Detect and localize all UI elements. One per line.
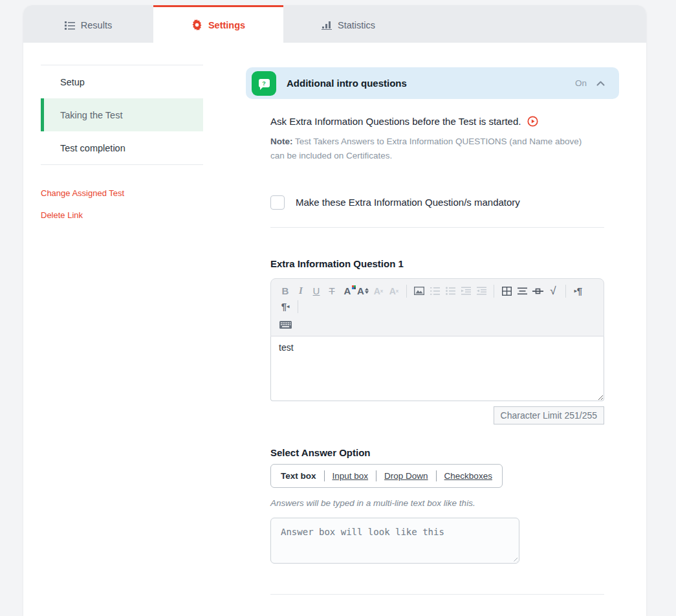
ordered-list-button[interactable] [427, 283, 442, 299]
indent-icon [461, 287, 471, 295]
chevron-up-icon [596, 81, 605, 86]
ordered-list-icon [430, 287, 440, 295]
play-video-button[interactable] [527, 116, 538, 127]
answer-preview-box: Answer box will look like this [270, 518, 519, 564]
panel-state-badge: On [575, 78, 587, 88]
play-icon [527, 116, 538, 127]
table-icon [502, 287, 512, 296]
sidebar-item-label: Test completion [60, 143, 125, 153]
bullet-list-button[interactable] [442, 283, 458, 299]
bar-chart-icon [322, 21, 332, 30]
main-panel: ? Additional intro questions On Ask Extr… [246, 43, 619, 616]
virtual-keyboard-button[interactable] [278, 317, 294, 333]
gear-icon [191, 19, 202, 30]
bold-button[interactable]: B [278, 283, 293, 299]
option-text-box-selected: Text box [281, 471, 316, 481]
bullet-list-icon [446, 287, 455, 295]
sidebar-nav: Setup Taking the Test Test completion [41, 65, 203, 165]
keyboard-icon [279, 321, 292, 329]
sidebar-item-label: Setup [60, 77, 85, 87]
sidebar-item-taking-the-test[interactable]: Taking the Test [41, 98, 203, 131]
settings-card: Results Settings Statistics [23, 5, 646, 616]
note-label: Note: [270, 137, 293, 146]
align-center-icon [518, 287, 527, 295]
sidebar-item-test-completion[interactable]: Test completion [41, 131, 203, 164]
sidebar-links: Change Assigned Test Delete Link [41, 188, 203, 220]
question-bubble-icon: ? [252, 71, 276, 96]
results-list-icon [65, 21, 75, 30]
divider [270, 594, 604, 595]
resize-handle[interactable] [512, 556, 518, 562]
toolbar-separator [298, 300, 298, 313]
tab-bar: Results Settings Statistics [23, 5, 646, 43]
align-button[interactable] [514, 283, 530, 299]
sidebar-item-setup[interactable]: Setup [41, 65, 203, 98]
panel-title: Additional intro questions [287, 78, 575, 89]
select-answer-option-heading: Select Answer Option [270, 447, 604, 458]
text-direction-ltr-button[interactable]: ▸¶ [571, 283, 586, 299]
answer-option-help-text: Answers will be typed in a multi-line te… [270, 498, 604, 508]
tab-bar-filler [413, 5, 646, 43]
insert-table-button[interactable] [499, 283, 514, 299]
italic-button[interactable]: I [293, 283, 309, 299]
tab-results-label: Results [81, 20, 112, 30]
divider [270, 227, 604, 228]
image-icon [414, 287, 424, 295]
option-checkboxes-link[interactable]: Checkboxes [444, 471, 492, 481]
tab-settings-label: Settings [208, 20, 245, 30]
tab-statistics[interactable]: Statistics [283, 5, 413, 43]
option-drop-down-link[interactable]: Drop Down [384, 471, 428, 481]
indent-button[interactable] [458, 283, 474, 299]
toolbar-separator [406, 285, 407, 298]
settings-sidebar: Setup Taking the Test Test completion Ch… [41, 43, 203, 616]
subscript-button[interactable]: Ax [386, 283, 402, 299]
question1-text-input[interactable]: test [270, 336, 604, 401]
insert-image-button[interactable] [411, 283, 427, 299]
mandatory-checkbox[interactable] [270, 195, 285, 210]
font-size-button[interactable]: A [355, 283, 371, 299]
answer-option-switcher: Text box Input box Drop Down Checkboxes [270, 464, 503, 488]
toolbar-separator [565, 285, 566, 298]
delete-link-link[interactable]: Delete Link [41, 210, 203, 220]
horizontal-rule-button[interactable] [530, 283, 545, 299]
superscript-button[interactable]: Ax [371, 283, 386, 299]
tab-statistics-label: Statistics [338, 20, 375, 30]
math-button[interactable]: √ [545, 283, 561, 299]
outdent-icon [477, 287, 486, 295]
tab-results[interactable]: Results [23, 5, 153, 43]
character-limit-badge: Character Limit 251/255 [494, 406, 604, 424]
strikethrough-button[interactable]: T [324, 283, 340, 299]
rich-text-toolbar: B I U T A A [270, 278, 604, 336]
additional-intro-questions-header: ? Additional intro questions On [246, 67, 619, 99]
outdent-button[interactable] [474, 283, 489, 299]
intro-text: Ask Extra Information Questions before t… [270, 116, 521, 127]
change-assigned-test-link[interactable]: Change Assigned Test [41, 188, 203, 198]
sidebar-item-label: Taking the Test [60, 110, 122, 120]
toolbar-separator [494, 285, 494, 298]
text-direction-rtl-button[interactable]: ¶◂ [278, 299, 293, 314]
horizontal-rule-icon [532, 288, 543, 294]
question1-heading: Extra Information Question 1 [270, 258, 604, 269]
note-text: Note: Test Takers Answers to Extra Infor… [270, 135, 597, 164]
underline-button[interactable]: U [309, 283, 324, 299]
collapse-panel-button[interactable] [595, 80, 606, 87]
option-separator [436, 470, 437, 481]
option-input-box-link[interactable]: Input box [333, 471, 369, 481]
tab-settings[interactable]: Settings [153, 5, 283, 43]
option-separator [324, 470, 325, 481]
mandatory-checkbox-label[interactable]: Make these Extra Information Question/s … [296, 197, 520, 208]
size-arrows-icon [365, 288, 369, 294]
font-color-button[interactable]: A [340, 283, 355, 299]
option-separator [376, 470, 376, 481]
answer-preview-text: Answer box will look like this [281, 527, 444, 537]
